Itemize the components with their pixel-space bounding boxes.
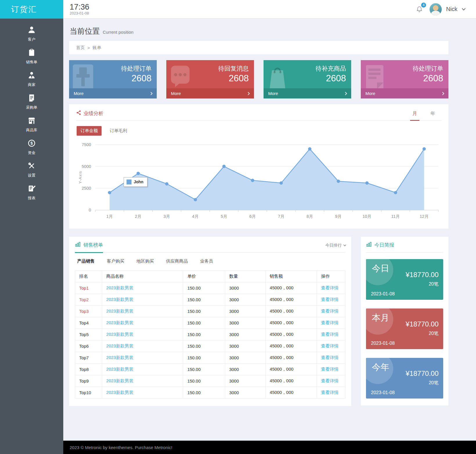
product-cell: 2023新款男装 (102, 294, 183, 305)
report-card-year: 今年 ¥18770.00 20笔 2023-01-08 (366, 358, 443, 399)
sales-board-title-text: 销售榜单 (83, 242, 103, 248)
tab-product-sales[interactable]: 产品销售 (77, 259, 95, 264)
view-detail-link[interactable]: 查看详情 (321, 297, 338, 302)
sales-board-title: 销售榜单 (75, 241, 103, 253)
user-name[interactable]: Nick (446, 6, 457, 12)
stat-card-more-button[interactable]: More (69, 88, 157, 98)
view-detail-link[interactable]: 查看详情 (321, 343, 338, 348)
product-link[interactable]: 2023新款男装 (106, 378, 133, 383)
topbar: 17:36 2023-01-08 4 Nick (63, 0, 476, 19)
current-time: 17:36 (70, 3, 89, 11)
daily-report-panel: 今日简报 今日 ¥18770.00 20笔 2023-01-08 本月 ¥187… (361, 237, 448, 405)
chevron-down-icon (343, 243, 346, 246)
table-row: Top2 2023新款男装 150.00 3000 45000，000 查看详情 (75, 294, 345, 305)
price-cell: 150.00 (183, 387, 225, 398)
tab-customer-purchase[interactable]: 客户购买 (107, 259, 124, 264)
report-card-count: 20笔 (429, 281, 439, 287)
performance-panel: 业绩分析 月 年 订单金额 订单毛利 02500500075001月2月3月4月… (69, 104, 448, 229)
tab-salesperson[interactable]: 业务员 (200, 259, 213, 264)
stat-card-more-button[interactable]: More (361, 88, 448, 98)
report-card-count: 20笔 (429, 380, 439, 386)
stat-card-pending-orders[interactable]: 待处理订单 2608 More (69, 60, 157, 98)
report-card-date: 2023-01-08 (371, 390, 395, 395)
performance-title: 业绩分析 (76, 110, 103, 117)
merchant-icon (27, 71, 36, 81)
chat-icon (169, 63, 191, 91)
view-detail-link[interactable]: 查看详情 (321, 308, 338, 313)
sidebar-item-merchants[interactable]: 商家 (27, 71, 36, 87)
rank-cell: Top5 (75, 329, 102, 340)
sidebar-item-product-library[interactable]: 商品库 (26, 116, 37, 133)
stat-card-pending-orders-2[interactable]: 待处理订单 2608 More (361, 60, 448, 98)
qty-cell: 3000 (225, 294, 266, 305)
tab-year[interactable]: 年 (428, 111, 437, 121)
notification-badge: 4 (421, 2, 427, 8)
stat-card-title: 待处理订单 (121, 64, 152, 73)
product-link[interactable]: 2023新款男装 (106, 285, 133, 290)
table-row: Top1 2023新款男装 150.00 3000 45000，000 查看详情 (75, 282, 345, 294)
action-cell: 查看详情 (317, 352, 345, 363)
stat-card-value: 2608 (423, 73, 443, 84)
table-row: Top3 2023新款男装 150.00 3000 45000，000 查看详情 (75, 305, 345, 317)
svg-text:3月: 3月 (163, 214, 170, 219)
sidebar-item-sales-orders[interactable]: 销售单 (26, 48, 37, 65)
funds-icon: $ (27, 139, 36, 149)
product-link[interactable]: 2023新款男装 (106, 332, 133, 337)
page-title: 当前位置 (70, 26, 100, 36)
view-detail-link[interactable]: 查看详情 (321, 332, 338, 337)
sidebar-item-settings[interactable]: 设置 (27, 161, 36, 178)
view-detail-link[interactable]: 查看详情 (321, 355, 338, 360)
range-tabs: 月 年 (410, 111, 441, 117)
svg-text:8月: 8月 (306, 214, 313, 219)
app-logo[interactable]: 订货汇 (0, 0, 63, 19)
product-link[interactable]: 2023新款男装 (106, 297, 133, 302)
svg-text:7500: 7500 (82, 142, 91, 147)
rank-cell: Top7 (75, 352, 102, 363)
view-detail-link[interactable]: 查看详情 (321, 390, 338, 395)
view-detail-link[interactable]: 查看详情 (321, 367, 338, 372)
chevron-right-icon (441, 92, 444, 95)
view-detail-link[interactable]: 查看详情 (321, 378, 338, 383)
avatar[interactable] (430, 3, 442, 15)
product-link[interactable]: 2023新款男装 (106, 390, 133, 395)
breadcrumb-home[interactable]: 首页 (76, 45, 85, 51)
chevron-down-icon[interactable] (462, 7, 466, 10)
daily-report-title: 今日简报 (374, 242, 394, 248)
table-row: Top4 2023新款男装 150.00 3000 45000，000 查看详情 (75, 317, 345, 329)
more-label: More (365, 91, 375, 96)
tab-order-amount[interactable]: 订单金额 (77, 126, 102, 136)
sidebar-item-label: 客户 (28, 37, 35, 42)
tab-region-purchase[interactable]: 地区购买 (136, 259, 154, 264)
view-detail-link[interactable]: 查看详情 (321, 285, 338, 290)
product-link[interactable]: 2023新款男装 (106, 355, 133, 360)
stat-card-restock-products[interactable]: 待补充商品 2608 More (264, 60, 351, 98)
svg-text:12月: 12月 (420, 214, 429, 219)
stat-card-more-button[interactable]: More (166, 88, 254, 98)
product-link[interactable]: 2023新款男装 (106, 343, 133, 348)
ranking-filter-dropdown[interactable]: 今日排行 (325, 243, 345, 251)
svg-text:5000: 5000 (82, 164, 91, 169)
more-label: More (268, 91, 278, 96)
view-detail-link[interactable]: 查看详情 (321, 320, 338, 325)
stat-card-title: 待处理订单 (413, 64, 443, 73)
sidebar-item-reports[interactable]: 报表 (27, 184, 36, 201)
sidebar-item-customers[interactable]: 客户 (27, 26, 36, 42)
sidebar-item-purchase-orders[interactable]: 采购单 (26, 94, 37, 110)
product-link[interactable]: 2023新款男装 (106, 367, 133, 372)
bar-chart-icon (75, 241, 81, 249)
action-cell: 查看详情 (317, 329, 345, 340)
rank-cell: Top4 (75, 317, 102, 329)
stat-card-more-button[interactable]: More (264, 88, 351, 98)
sidebar-item-funds[interactable]: $ 资金 (27, 139, 36, 155)
tab-month[interactable]: 月 (410, 111, 419, 121)
product-link[interactable]: 2023新款男装 (106, 320, 133, 325)
product-link[interactable]: 2023新款男装 (106, 308, 133, 313)
tab-order-profit[interactable]: 订单毛利 (106, 126, 131, 136)
share-icon (76, 110, 81, 117)
stat-card-pending-messages[interactable]: 待回复消息 2608 More (166, 60, 254, 98)
svg-text:Y-Axis: Y-Axis (78, 171, 82, 184)
product-cell: 2023新款男装 (102, 305, 183, 317)
notifications-button[interactable]: 4 (416, 5, 423, 13)
rank-cell: Top6 (75, 340, 102, 352)
tab-supplier-products[interactable]: 供应商商品 (166, 259, 188, 264)
